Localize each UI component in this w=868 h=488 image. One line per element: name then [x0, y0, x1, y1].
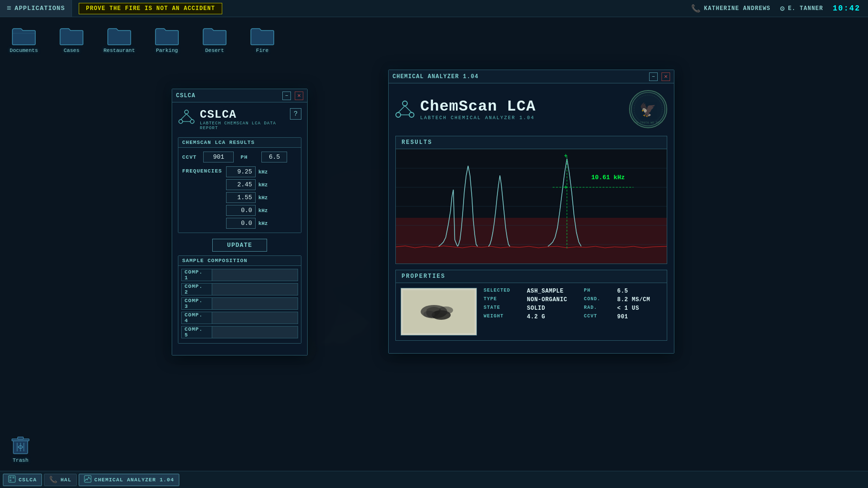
cslca-close-button[interactable]: ✕	[295, 92, 303, 100]
prop-val-weight: 4.2 G	[527, 314, 579, 320]
svg-point-10	[179, 120, 183, 123]
svg-line-12	[181, 114, 186, 120]
freq-input-1[interactable]	[226, 179, 256, 190]
icon-label-parking: Parking	[156, 48, 178, 53]
icon-label-desert: Desert	[205, 48, 224, 53]
comp-row-2: COMP. 3	[181, 297, 298, 310]
svg-rect-40	[10, 477, 11, 478]
comp-bar-3	[212, 312, 298, 324]
phone-icon: 📞	[691, 4, 701, 13]
freq-unit-0: kHz	[258, 169, 268, 175]
icon-documents[interactable]: Documents	[5, 22, 43, 57]
taskbar-hal[interactable]: 📞 HAL	[44, 474, 77, 486]
folder-icon-documents	[11, 26, 36, 46]
analyzer-app-title: ChemScan LCA	[420, 98, 536, 115]
user1-label: KATHERINE ANDREWS	[704, 5, 770, 12]
comp-row-3: COMP. 4	[181, 312, 298, 324]
comp-label-2: COMP. 3	[181, 297, 212, 310]
bottom-taskbar: CSLCA 📞 HAL CHEMICAL ANALYZER 1.04	[0, 471, 868, 488]
taskbar-analyzer-icon	[84, 475, 92, 485]
cslca-titlebar[interactable]: CSLCA – ✕	[172, 89, 307, 102]
top-taskbar: ≡ APPLICATIONS Prove the fire is not an …	[0, 0, 868, 17]
icon-parking[interactable]: Parking	[148, 22, 186, 57]
freq-input-4[interactable]	[226, 218, 256, 229]
trash-icon[interactable]: Trash	[7, 431, 34, 466]
desktop-icons-row: Documents Cases Restaurant	[5, 22, 281, 57]
svg-rect-5	[18, 437, 23, 439]
composition-section: Sample Composition COMP. 1 COMP. 2 COMP.…	[178, 255, 301, 344]
icon-label-cases: Cases	[63, 48, 79, 53]
freq-row-1: kHz	[226, 179, 297, 190]
composition-body: COMP. 1 COMP. 2 COMP. 3 COMP. 4	[178, 266, 301, 343]
analyzer-minimize-button[interactable]: –	[649, 72, 658, 81]
cslca-window-title: CSLCA	[176, 92, 196, 99]
cslca-minimize-button[interactable]: –	[282, 92, 291, 100]
taskbar-cslca[interactable]: CSLCA	[3, 474, 42, 486]
trash-label: Trash	[12, 458, 28, 463]
analyzer-titlebar[interactable]: CHEMICAL ANALYZER 1.04 – ✕	[389, 70, 674, 83]
prop-key-rad: RAD.	[584, 305, 612, 312]
comp-label-3: COMP. 4	[181, 312, 212, 324]
prop-key-ph: PH	[584, 288, 612, 295]
properties-grid: SELECTED Ash_sample PH 6.5 TYPE Non-orga…	[396, 283, 667, 340]
ph-label: pH	[240, 154, 255, 160]
freq-unit-1: kHz	[258, 182, 268, 188]
taskbar-analyzer[interactable]: CHEMICAL ANALYZER 1.04	[79, 474, 179, 486]
properties-section: Properties	[395, 270, 667, 341]
clock-display: 10:42	[833, 4, 860, 13]
trash-icon-svg	[10, 434, 31, 456]
apps-menu-button[interactable]: ≡ APPLICATIONS	[0, 0, 72, 17]
cslca-results-header: ChemScan LCA Results	[178, 138, 301, 148]
analyzer-title-block: ChemScan LCA LABTech Chemical Analyzer 1…	[420, 98, 536, 121]
cslca-help-button[interactable]: ?	[290, 108, 301, 120]
ccvt-input[interactable]	[203, 152, 234, 163]
frequencies-table: Frequencies kHz kHz	[182, 166, 297, 229]
icon-cases[interactable]: Cases	[52, 22, 91, 57]
prop-val-selected: Ash_sample	[527, 288, 579, 295]
icon-restaurant[interactable]: Restaurant	[100, 22, 138, 57]
analyzer-close-button[interactable]: ✕	[661, 72, 670, 81]
sample-image-svg	[403, 290, 475, 333]
comp-row-0: COMP. 1	[181, 269, 298, 281]
mission-banner: Prove the fire is not an accident	[79, 3, 222, 14]
taskbar-cslca-icon	[8, 475, 16, 485]
user2-item[interactable]: ⚙ E. TANNER	[780, 4, 823, 13]
comp-row-1: COMP. 2	[181, 283, 298, 295]
svg-text:+: +	[564, 184, 568, 191]
ccvt-ph-row: CCVT pH	[182, 152, 297, 163]
freq-unit-3: kHz	[258, 208, 268, 214]
freq-input-0[interactable]	[226, 166, 256, 177]
icon-fire[interactable]: Fire	[243, 22, 281, 57]
taskbar-hal-icon: 📞	[49, 476, 58, 484]
freq-unit-4: kHz	[258, 221, 268, 226]
cslca-content: CSLCA LABTech ChemScan LCA Data Report ?…	[172, 102, 307, 355]
ph-input[interactable]	[261, 152, 287, 163]
prop-key-weight: WEIGHT	[484, 314, 522, 320]
comp-label-0: COMP. 1	[181, 269, 212, 281]
svg-point-38	[439, 306, 453, 314]
freq-input-3[interactable]	[226, 205, 256, 216]
freq-label: Frequencies	[182, 166, 222, 174]
analyzer-results-header: Results	[396, 136, 667, 149]
update-button[interactable]: Update	[212, 239, 267, 252]
user1-item[interactable]: 📞 KATHERINE ANDREWS	[691, 4, 770, 13]
freq-unit-2: kHz	[258, 195, 268, 201]
taskbar-analyzer-label: CHEMICAL ANALYZER 1.04	[94, 477, 174, 483]
cslca-results-body: CCVT pH Frequencies kHz	[178, 148, 301, 233]
desktop: 🦅 Documents Cases	[0, 17, 868, 471]
prop-key-cond: COND.	[584, 296, 612, 303]
analyzer-logo-area: ChemScan LCA LABTech Chemical Analyzer 1…	[395, 98, 536, 121]
icon-desert[interactable]: Desert	[196, 22, 234, 57]
properties-data-table: SELECTED Ash_sample PH 6.5 TYPE Non-orga…	[484, 288, 662, 336]
freq-row-3: kHz	[226, 205, 297, 216]
seal-svg: 🦅 THE TRUTH WE SEEK	[630, 92, 666, 127]
cslca-app-subtitle: LABTech ChemScan LCA Data Report	[200, 121, 285, 131]
folder-icon-cases	[59, 26, 84, 46]
svg-point-15	[403, 101, 407, 106]
prop-key-ccvt: CCVT	[584, 314, 612, 320]
svg-rect-42	[10, 479, 11, 481]
freq-row-0: kHz	[226, 166, 297, 177]
cslca-header-area: CSLCA LABTech ChemScan LCA Data Report ?	[178, 108, 301, 131]
freq-input-2[interactable]	[226, 192, 256, 203]
icon-label-restaurant: Restaurant	[103, 48, 135, 53]
